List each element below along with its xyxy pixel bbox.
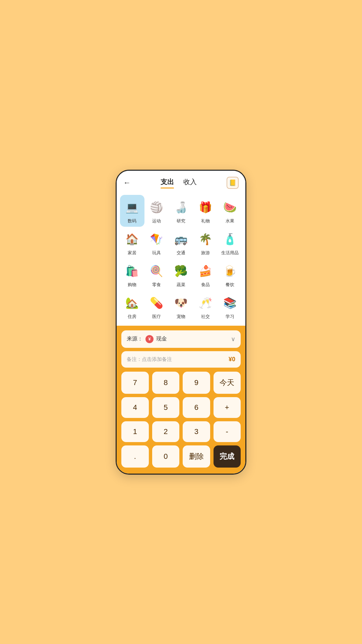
category-icon-gift: 🎁	[196, 198, 215, 216]
numpad-btn-2[interactable]: 2	[152, 421, 180, 442]
numpad-btn-minus[interactable]: -	[214, 421, 241, 442]
category-item-home[interactable]: 🏠 家居	[120, 227, 144, 259]
tab-expense[interactable]: 支出	[161, 177, 174, 188]
category-icon-social: 🥂	[196, 294, 215, 312]
category-label-vegetables: 蔬菜	[177, 282, 185, 288]
amount-display: ¥0	[229, 356, 235, 363]
category-icon-fruit: 🍉	[221, 198, 239, 216]
numpad-btn-9[interactable]: 9	[183, 372, 210, 394]
source-name: 现金	[156, 335, 167, 342]
numpad-btn-plus[interactable]: +	[214, 397, 241, 418]
numpad-btn-delete[interactable]: 删除	[183, 445, 210, 468]
category-label-toys: 玩具	[152, 250, 161, 256]
numpad-btn-8[interactable]: 8	[152, 372, 180, 394]
category-icon-dining: 🍺	[221, 262, 239, 280]
category-label-shopping: 购物	[128, 282, 136, 288]
chevron-down-icon: ∨	[231, 335, 235, 343]
category-item-vegetables[interactable]: 🥦 蔬菜	[169, 259, 193, 290]
numpad-btn-5[interactable]: 5	[152, 397, 180, 418]
numpad-btn-1[interactable]: 1	[121, 421, 149, 442]
numpad-btn-today[interactable]: 今天	[214, 372, 241, 394]
note-placeholder: 备注：点击添加备注	[127, 356, 172, 363]
numpad-btn-3[interactable]: 3	[183, 421, 210, 442]
source-row[interactable]: 来源： ¥ 现金 ∨	[121, 330, 241, 348]
yuan-icon: ¥	[145, 335, 154, 343]
category-label-pet: 宠物	[177, 314, 185, 320]
category-item-dining[interactable]: 🍺 餐饮	[218, 259, 242, 290]
category-item-fruit[interactable]: 🍉 水果	[218, 195, 242, 227]
category-icon-shopping: 🛍️	[123, 262, 141, 280]
tab-income[interactable]: 收入	[183, 177, 197, 188]
category-label-dining: 餐饮	[226, 282, 234, 288]
numpad: 789今天456+123-.0删除完成	[121, 372, 241, 468]
category-icon-housing: 🏡	[123, 294, 141, 312]
category-label-medical: 医疗	[152, 314, 161, 320]
category-icon-study: 📚	[221, 294, 239, 312]
numpad-btn-dot[interactable]: .	[121, 445, 149, 468]
category-item-pet[interactable]: 🐶 宠物	[169, 290, 193, 322]
category-item-dailygoods[interactable]: 🧴 生活用品	[218, 227, 242, 259]
category-item-social[interactable]: 🥂 社交	[193, 290, 218, 322]
phone-shell: ← 支出 收入 📒 💻 数码 🏐 运动 🍶 研究 🎁 礼物 🍉 水果 🏠 家居 …	[116, 170, 246, 475]
header: ← 支出 收入 📒	[117, 171, 245, 192]
category-label-study: 学习	[226, 314, 234, 320]
category-label-dailygoods: 生活用品	[221, 250, 239, 256]
category-item-toys[interactable]: 🪁 玩具	[144, 227, 169, 259]
category-item-food[interactable]: 🍰 食品	[193, 259, 218, 290]
category-label-transport: 交通	[177, 250, 185, 256]
category-item-sports[interactable]: 🏐 运动	[144, 195, 169, 227]
back-button[interactable]: ←	[123, 178, 131, 187]
category-label-snacks: 零食	[152, 282, 161, 288]
numpad-btn-7[interactable]: 7	[121, 372, 149, 394]
category-label-travel: 旅游	[201, 250, 210, 256]
category-icon-research: 🍶	[172, 198, 190, 216]
category-item-digital[interactable]: 💻 数码	[120, 195, 144, 227]
category-label-gift: 礼物	[201, 218, 210, 224]
category-icon-vegetables: 🥦	[172, 262, 190, 280]
category-item-travel[interactable]: 🌴 旅游	[193, 227, 218, 259]
category-label-housing: 住房	[128, 314, 136, 320]
category-item-medical[interactable]: 💊 医疗	[144, 290, 169, 322]
category-icon-snacks: 🍭	[147, 262, 166, 280]
category-item-snacks[interactable]: 🍭 零食	[144, 259, 169, 290]
category-label-home: 家居	[128, 250, 136, 256]
category-label-digital: 数码	[128, 218, 136, 224]
category-item-transport[interactable]: 🚌 交通	[169, 227, 193, 259]
category-label-food: 食品	[201, 282, 210, 288]
numpad-btn-4[interactable]: 4	[121, 397, 149, 418]
category-icon-pet: 🐶	[172, 294, 190, 312]
category-item-research[interactable]: 🍶 研究	[169, 195, 193, 227]
category-label-sports: 运动	[152, 218, 161, 224]
category-icon-toys: 🪁	[147, 230, 166, 248]
category-item-shopping[interactable]: 🛍️ 购物	[120, 259, 144, 290]
category-label-research: 研究	[177, 218, 185, 224]
category-icon-sports: 🏐	[147, 198, 166, 216]
category-label-social: 社交	[201, 314, 210, 320]
book-icon-button[interactable]: 📒	[227, 177, 239, 189]
category-item-gift[interactable]: 🎁 礼物	[193, 195, 218, 227]
category-grid: 💻 数码 🏐 运动 🍶 研究 🎁 礼物 🍉 水果 🏠 家居 🪁 玩具 🚌 交通 …	[117, 192, 245, 324]
category-icon-dailygoods: 🧴	[221, 230, 239, 248]
numpad-btn-confirm[interactable]: 完成	[214, 445, 241, 468]
category-icon-medical: 💊	[147, 294, 166, 312]
category-item-housing[interactable]: 🏡 住房	[120, 290, 144, 322]
header-tabs: 支出 收入	[161, 177, 197, 188]
category-icon-home: 🏠	[123, 230, 141, 248]
note-row[interactable]: 备注：点击添加备注 ¥0	[121, 351, 241, 368]
category-item-study[interactable]: 📚 学习	[218, 290, 242, 322]
numpad-btn-0[interactable]: 0	[152, 445, 180, 468]
category-icon-food: 🍰	[196, 262, 215, 280]
category-icon-digital: 💻	[123, 198, 141, 216]
category-icon-travel: 🌴	[196, 230, 215, 248]
source-label: 来源：	[127, 335, 143, 342]
source-left: 来源： ¥ 现金	[127, 335, 167, 343]
category-icon-transport: 🚌	[172, 230, 190, 248]
category-label-fruit: 水果	[226, 218, 234, 224]
numpad-btn-6[interactable]: 6	[183, 397, 210, 418]
bottom-panel: 来源： ¥ 现金 ∨ 备注：点击添加备注 ¥0 789今天456+123-.0删…	[117, 326, 245, 474]
